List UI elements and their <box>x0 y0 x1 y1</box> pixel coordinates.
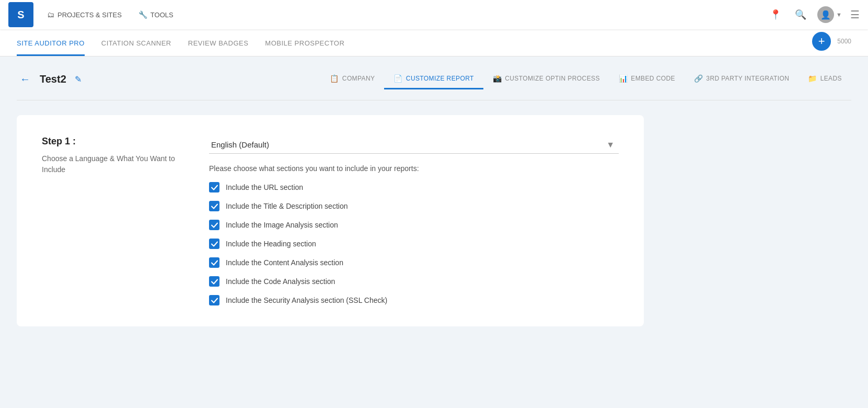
step-left: Step 1 : Choose a Language & What You Wa… <box>42 136 178 305</box>
checkbox-item: Include the Security Analysis section (S… <box>209 295 619 305</box>
back-button[interactable]: ← <box>17 71 33 88</box>
tab-icon: 🔗 <box>694 74 703 83</box>
header-divider <box>17 100 851 100</box>
checkbox-label: Include the Content Analysis section <box>226 258 343 267</box>
checkbox-item: Include the Title & Description section <box>209 201 619 211</box>
tab-label: LEADS <box>820 75 842 82</box>
checkbox-label: Include the Code Analysis section <box>226 277 335 286</box>
sub-nav-item-citation-scanner[interactable]: CITATION SCANNER <box>101 39 171 56</box>
page-title: Test2 <box>40 73 66 85</box>
top-nav: S 🗂PROJECTS & SITES🔧TOOLS 📍 🔍 👤 ▼ ☰ <box>0 0 868 29</box>
checkbox-item: Include the Heading section <box>209 239 619 249</box>
search-icon[interactable]: 🔍 <box>792 6 809 23</box>
nav-icon: 🗂 <box>47 10 54 19</box>
checkbox-item: Include the Image Analysis section <box>209 220 619 230</box>
tab-icon: 📄 <box>394 74 402 83</box>
step-description: Choose a Language & What You Want to Inc… <box>42 153 178 175</box>
brand-logo[interactable]: S <box>8 2 33 27</box>
checkbox-label: Include the Image Analysis section <box>226 221 338 229</box>
checkbox-4[interactable] <box>209 257 219 268</box>
chevron-down-icon: ▼ <box>836 12 842 18</box>
checkbox-2[interactable] <box>209 220 219 230</box>
page-header: ← Test2 ✎ 📋COMPANY📄CUSTOMIZE REPORT📸CUST… <box>17 69 851 89</box>
checkbox-1[interactable] <box>209 201 219 211</box>
step-label: Step 1 : <box>42 136 178 147</box>
checkbox-label: Include the Heading section <box>226 240 316 248</box>
sections-label: Please choose what sections you want to … <box>209 164 619 173</box>
tab-label: COMPANY <box>342 75 375 82</box>
sub-nav-item-site-auditor-pro[interactable]: SITE AUDITOR PRO <box>17 39 85 56</box>
top-nav-items: 🗂PROJECTS & SITES🔧TOOLS <box>40 7 767 22</box>
add-button[interactable]: + <box>812 32 831 51</box>
checkbox-0[interactable] <box>209 182 219 192</box>
tab-icon: 📸 <box>493 74 502 83</box>
sub-nav: SITE AUDITOR PROCITATION SCANNERREVIEW B… <box>0 29 868 56</box>
tab-label: CUSTOMIZE OPTIN PROCESS <box>505 75 600 82</box>
avatar: 👤 <box>817 6 834 23</box>
page: ← Test2 ✎ 📋COMPANY📄CUSTOMIZE REPORT📸CUST… <box>0 56 868 339</box>
language-select-wrapper: English (Default)SpanishFrenchGermanItal… <box>209 136 619 154</box>
tab-label: EMBED CODE <box>631 75 675 82</box>
tab-bar: 📋COMPANY📄CUSTOMIZE REPORT📸CUSTOMIZE OPTI… <box>320 69 851 89</box>
checkbox-5[interactable] <box>209 276 219 287</box>
nav-icon: 🔧 <box>138 10 147 19</box>
user-avatar-wrap[interactable]: 👤 ▼ <box>817 6 842 23</box>
step-right: English (Default)SpanishFrenchGermanItal… <box>209 136 619 305</box>
top-nav-item-projects-&-sites[interactable]: 🗂PROJECTS & SITES <box>40 7 129 22</box>
checkbox-item: Include the Code Analysis section <box>209 276 619 287</box>
checkbox-list: Include the URL sectionInclude the Title… <box>209 182 619 305</box>
sub-nav-items: SITE AUDITOR PROCITATION SCANNERREVIEW B… <box>17 29 344 56</box>
location-icon[interactable]: 📍 <box>767 6 784 23</box>
content-card: Step 1 : Choose a Language & What You Wa… <box>17 115 644 326</box>
checkbox-label: Include the Security Analysis section (S… <box>226 296 387 304</box>
tab-customize-report[interactable]: 📄CUSTOMIZE REPORT <box>384 69 483 89</box>
tab-customize-optin-process[interactable]: 📸CUSTOMIZE OPTIN PROCESS <box>483 69 609 89</box>
checkbox-6[interactable] <box>209 295 219 305</box>
tab-label: CUSTOMIZE REPORT <box>406 75 474 82</box>
tab-icon: 📋 <box>330 74 339 83</box>
nav-label: TOOLS <box>151 11 173 19</box>
top-nav-item-tools[interactable]: 🔧TOOLS <box>131 7 181 22</box>
checkbox-3[interactable] <box>209 239 219 249</box>
tab-company[interactable]: 📋COMPANY <box>320 69 384 89</box>
tab-leads[interactable]: 📁LEADS <box>798 69 851 89</box>
tab-icon: 📁 <box>808 74 817 83</box>
top-nav-right: 📍 🔍 👤 ▼ ☰ <box>767 6 860 23</box>
tab-embed-code[interactable]: 📊EMBED CODE <box>609 69 685 89</box>
tab-icon: 📊 <box>619 74 628 83</box>
checkbox-item: Include the Content Analysis section <box>209 257 619 268</box>
edit-icon[interactable]: ✎ <box>75 74 82 84</box>
nav-label: PROJECTS & SITES <box>57 11 122 19</box>
hamburger-icon[interactable]: ☰ <box>850 8 860 21</box>
language-select[interactable]: English (Default)SpanishFrenchGermanItal… <box>209 136 619 153</box>
checkbox-item: Include the URL section <box>209 182 619 192</box>
sub-nav-item-review-badges[interactable]: REVIEW BADGES <box>188 39 249 56</box>
tab-3rd-party-integration[interactable]: 🔗3RD PARTY INTEGRATION <box>685 69 798 89</box>
tab-label: 3RD PARTY INTEGRATION <box>706 75 789 82</box>
sub-nav-item-mobile-prospector[interactable]: MOBILE PROSPECTOR <box>265 39 344 56</box>
step-layout: Step 1 : Choose a Language & What You Wa… <box>42 136 619 305</box>
checkbox-label: Include the Title & Description section <box>226 202 348 210</box>
sub-nav-right: + 5000 <box>812 32 851 56</box>
checkbox-label: Include the URL section <box>226 183 303 191</box>
credits-badge: 5000 <box>837 38 851 45</box>
